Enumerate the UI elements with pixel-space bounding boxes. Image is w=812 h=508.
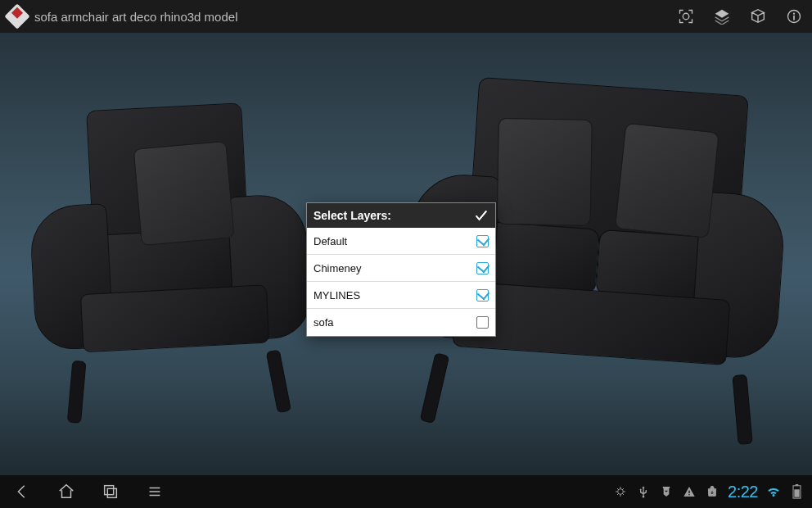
svg-point-2 <box>793 13 795 15</box>
layer-row[interactable]: Chimeney <box>307 255 495 282</box>
fit-view-button[interactable] <box>668 0 704 33</box>
svg-rect-10 <box>795 484 798 486</box>
viewport-3d[interactable]: Select Layers: DefaultChimeneyMYLINESsof… <box>0 33 812 475</box>
system-navbar: 2:22 <box>0 475 812 508</box>
info-button[interactable] <box>776 0 812 33</box>
layer-row[interactable]: sofa <box>307 309 495 336</box>
window-title: sofa armchair art deco rhino3d model <box>34 10 237 24</box>
dialog-rows: DefaultChimeneyMYLINESsofa <box>307 228 495 336</box>
home-button[interactable] <box>44 475 88 508</box>
svg-rect-11 <box>794 489 799 497</box>
layer-label: Chimeney <box>314 262 476 274</box>
menu-icon <box>146 483 164 501</box>
confirm-button[interactable] <box>471 205 492 226</box>
store-icon <box>705 484 720 499</box>
svg-rect-3 <box>793 16 795 20</box>
titlebar: sofa armchair art deco rhino3d model <box>0 0 812 33</box>
recent-icon <box>102 483 120 501</box>
layer-label: MYLINES <box>314 289 476 302</box>
orbit-button[interactable] <box>740 0 776 33</box>
download-icon <box>659 484 674 499</box>
model-armchair-left <box>24 92 320 433</box>
orbit-icon <box>749 7 767 25</box>
layer-checkbox[interactable] <box>476 262 489 274</box>
info-icon <box>786 8 802 25</box>
check-icon <box>473 207 489 224</box>
layer-checkbox[interactable] <box>476 235 489 247</box>
svg-point-0 <box>683 13 689 20</box>
status-tray: 2:22 <box>613 475 812 508</box>
back-icon <box>13 483 31 501</box>
warning-icon <box>682 484 697 499</box>
layer-label: Default <box>314 235 476 247</box>
clock: 2:22 <box>728 483 758 501</box>
svg-rect-7 <box>688 491 689 493</box>
app-icon <box>4 3 29 29</box>
recent-apps-button[interactable] <box>88 475 133 508</box>
select-layers-dialog: Select Layers: DefaultChimeneyMYLINESsof… <box>306 202 496 337</box>
debug-icon <box>613 484 628 499</box>
usb-icon <box>636 484 651 499</box>
menu-button[interactable] <box>133 475 177 508</box>
layer-row[interactable]: MYLINES <box>307 282 495 309</box>
fit-view-icon <box>678 8 694 25</box>
layer-row[interactable]: Default <box>307 228 495 255</box>
svg-rect-5 <box>107 488 116 497</box>
layer-checkbox[interactable] <box>476 289 489 302</box>
layers-icon <box>714 8 730 25</box>
toolbar-right <box>668 0 812 33</box>
layers-button[interactable] <box>704 0 740 33</box>
dialog-header: Select Layers: <box>307 203 495 228</box>
back-button[interactable] <box>0 475 44 508</box>
dialog-title: Select Layers: <box>314 209 391 222</box>
wifi-icon <box>766 484 781 499</box>
battery-icon <box>789 484 804 499</box>
layer-checkbox[interactable] <box>476 316 489 329</box>
layer-label: sofa <box>314 316 476 329</box>
svg-rect-4 <box>105 486 114 495</box>
home-icon <box>57 483 75 501</box>
svg-rect-8 <box>688 494 689 495</box>
